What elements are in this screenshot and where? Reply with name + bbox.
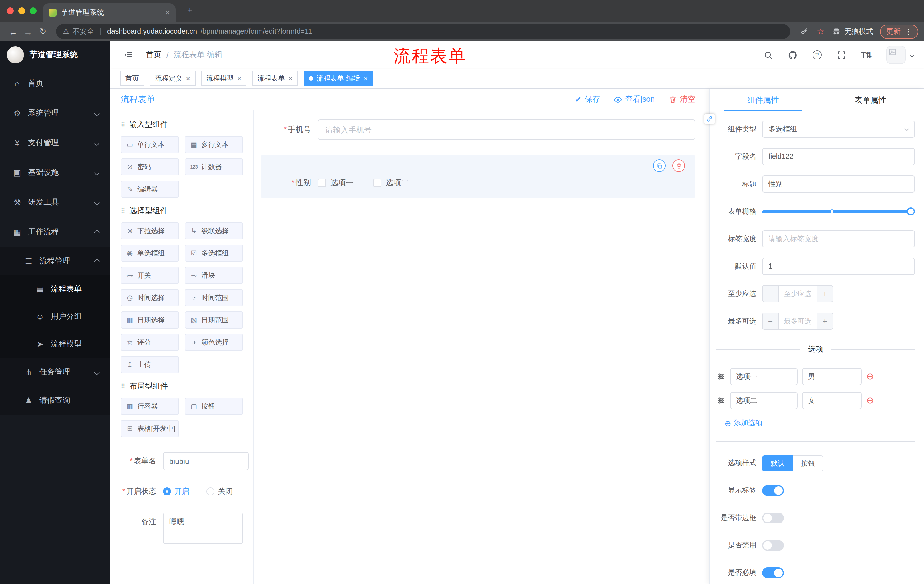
close-icon[interactable]: ×	[237, 74, 241, 82]
address-bar[interactable]: ⚠ 不安全 | dashboard.yudao.iocoder.cn /bpm/…	[56, 24, 790, 39]
close-icon[interactable]: ×	[288, 74, 292, 82]
option-label-input[interactable]	[730, 392, 798, 409]
copy-component-button[interactable]	[653, 160, 665, 172]
update-button[interactable]: 更新 ⋮	[880, 24, 918, 39]
sidebar-item-infrastructure[interactable]: ▣ 基础设施	[0, 158, 111, 188]
palette-item-date-range[interactable]: ▧日期范围	[185, 311, 243, 329]
link-button[interactable]	[705, 114, 715, 124]
checkbox[interactable]	[373, 179, 381, 187]
sidebar-item-system-management[interactable]: ⚙ 系统管理	[0, 98, 111, 128]
tag-home[interactable]: 首页	[120, 71, 144, 86]
palette-item-button[interactable]: ▢按钮	[185, 398, 243, 415]
reload-button[interactable]: ↻	[35, 26, 50, 36]
disabled-switch[interactable]	[762, 540, 784, 551]
default-value-input[interactable]	[762, 258, 915, 275]
field-name-input[interactable]	[762, 148, 915, 165]
fullscreen-icon[interactable]	[836, 50, 846, 60]
user-menu[interactable]	[886, 46, 914, 64]
add-option-button[interactable]: ⊕ 添加选项	[724, 418, 762, 428]
form-grid-slider[interactable]	[762, 203, 915, 220]
form-name-input[interactable]	[163, 452, 249, 470]
status-on-radio[interactable]: 开启	[163, 486, 189, 497]
phone-input[interactable]	[318, 119, 695, 140]
save-button[interactable]: ✓ 保存	[575, 94, 600, 105]
user-avatar[interactable]	[886, 46, 906, 64]
title-input[interactable]	[762, 175, 915, 192]
bookmark-star-icon[interactable]: ☆	[817, 26, 825, 36]
delete-component-button[interactable]	[672, 160, 685, 172]
sidebar-item-user-group[interactable]: ☺ 用户分组	[0, 303, 111, 330]
canvas-field-gender-selected[interactable]: *性别 选项一 选项二	[261, 155, 695, 198]
help-icon[interactable]: ?	[812, 50, 822, 59]
remove-option-icon[interactable]: ⊖	[866, 372, 874, 381]
forward-button[interactable]: →	[21, 26, 35, 36]
form-remark-textarea[interactable]: 嘿嘿	[163, 513, 243, 544]
breadcrumb-home[interactable]: 首页	[146, 50, 161, 60]
component-type-select[interactable]: 多选框组	[762, 120, 915, 138]
gender-option-1[interactable]: 选项一	[318, 178, 354, 188]
min-select-input[interactable]	[779, 286, 817, 302]
palette-item-time-picker[interactable]: ◷时间选择	[120, 289, 179, 306]
option-value-input[interactable]	[802, 392, 862, 409]
remove-option-icon[interactable]: ⊖	[866, 396, 874, 405]
slider-track[interactable]	[762, 210, 911, 213]
palette-item-select[interactable]: ⊚下拉选择	[120, 222, 179, 239]
tag-process-model[interactable]: 流程模型 ×	[201, 71, 246, 86]
close-icon[interactable]: ×	[364, 74, 368, 82]
style-default-button[interactable]: 默认	[762, 455, 793, 471]
search-icon[interactable]	[763, 50, 773, 60]
palette-item-color-picker[interactable]: ◑颜色选择	[185, 334, 243, 351]
option-value-input[interactable]	[802, 368, 862, 385]
decrease-button[interactable]: −	[763, 313, 779, 329]
palette-item-cascader[interactable]: ↳级联选择	[185, 222, 243, 239]
window-minimize-button[interactable]	[18, 7, 25, 14]
github-icon[interactable]	[788, 50, 797, 60]
checkbox[interactable]	[318, 179, 326, 187]
option-label-input[interactable]	[730, 368, 798, 385]
sidebar-item-devtools[interactable]: ⚒ 研发工具	[0, 188, 111, 217]
sidebar-item-payment-management[interactable]: ¥ 支付管理	[0, 128, 111, 158]
canvas-field-phone[interactable]: *手机号	[261, 119, 695, 140]
palette-item-table[interactable]: ⊞表格[开发中]	[120, 420, 179, 437]
palette-item-rate[interactable]: ☆评分	[120, 334, 179, 351]
palette-item-counter[interactable]: 123计数器	[185, 158, 243, 175]
palette-item-row-container[interactable]: ▥行容器	[120, 398, 179, 415]
palette-item-multi-line-text[interactable]: ▤多行文本	[185, 136, 243, 153]
sidebar-item-process-form[interactable]: ▤ 流程表单	[0, 275, 111, 303]
palette-item-switch[interactable]: ⊶开关	[120, 267, 179, 284]
clear-button[interactable]: 清空	[668, 94, 695, 105]
palette-item-radio-group[interactable]: ◉单选框组	[120, 245, 179, 262]
tab-component-props[interactable]: 组件属性	[710, 89, 817, 111]
palette-item-password[interactable]: ⊘密码	[120, 158, 179, 175]
browser-tab[interactable]: 芋道管理系统 ×	[43, 3, 175, 22]
sidebar-item-process-model[interactable]: ➤ 流程模型	[0, 330, 111, 358]
tab-close-icon[interactable]: ×	[165, 8, 170, 17]
sidebar-item-task-management[interactable]: ⋔ 任务管理	[0, 358, 111, 386]
tab-form-props[interactable]: 表单属性	[817, 89, 924, 111]
palette-item-date-picker[interactable]: ▦日期选择	[120, 311, 179, 329]
close-icon[interactable]: ×	[186, 74, 190, 82]
sidebar-item-process-management[interactable]: ☰ 流程管理	[0, 247, 111, 275]
window-zoom-button[interactable]	[30, 7, 36, 14]
sidebar-item-leave-query[interactable]: ♟ 请假查询	[0, 386, 111, 415]
sidebar-item-workflow[interactable]: ▦ 工作流程	[0, 217, 111, 247]
back-button[interactable]: ←	[6, 26, 21, 36]
style-button-button[interactable]: 按钮	[793, 455, 823, 471]
palette-item-editor[interactable]: ✎编辑器	[120, 181, 179, 198]
slider-handle[interactable]	[907, 207, 915, 216]
palette-item-checkbox-group[interactable]: ☑多选框组	[185, 245, 243, 262]
gender-option-2[interactable]: 选项二	[373, 178, 409, 188]
label-width-input[interactable]	[762, 230, 915, 247]
tune-drag-icon[interactable]	[716, 396, 726, 405]
palette-item-time-range[interactable]: ◔时间范围	[185, 289, 243, 306]
font-size-icon[interactable]: T⇅	[861, 50, 871, 59]
new-tab-button[interactable]: +	[184, 5, 196, 15]
view-json-button[interactable]: 查看json	[614, 94, 655, 105]
required-switch[interactable]	[762, 567, 784, 578]
increase-button[interactable]: +	[817, 313, 833, 329]
show-label-switch[interactable]	[762, 485, 784, 496]
tag-process-definition[interactable]: 流程定义 ×	[150, 71, 195, 86]
with-border-switch[interactable]	[762, 512, 784, 523]
tag-process-form-edit[interactable]: 流程表单-编辑 ×	[304, 71, 373, 86]
password-key-icon[interactable]	[800, 27, 809, 36]
